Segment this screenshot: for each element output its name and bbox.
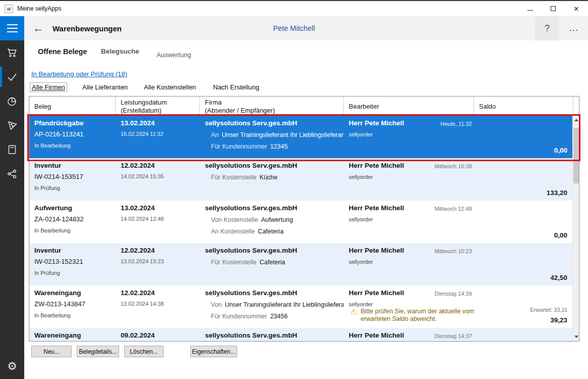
company-details: AnUnser Trainingslieferant Ihr Lieblings… xyxy=(205,131,344,150)
table-row[interactable]: Pfandrückgabe AP-0216-113241 In Bearbeit… xyxy=(29,116,572,158)
company-details: Von KostenstelleAufwertungAn Kostenstell… xyxy=(205,216,344,235)
window-title: Meine sellyApps xyxy=(17,5,61,12)
service-date: 12.02.2024 xyxy=(121,247,200,254)
vertical-scrollbar[interactable] xyxy=(572,116,579,341)
scroll-down-button[interactable] xyxy=(573,333,579,341)
row-timestamp: Mittwoch 12:48 xyxy=(435,206,472,212)
detail-value: 12345 xyxy=(270,143,288,150)
tab-offene-belege[interactable]: Offene Belege xyxy=(38,48,87,56)
doc-type: Aufwertung xyxy=(34,204,116,212)
row-timestamp: Dienstag 14:39 xyxy=(435,291,472,297)
doc-number: ZA-0214-124832 xyxy=(34,215,116,223)
company-details: Für KostenstelleKüche xyxy=(205,174,344,181)
detail-line: Für Kundennummer23456 xyxy=(211,313,344,320)
column-header-bearbeiter[interactable]: Bearbeiter xyxy=(344,97,474,115)
editor-app: sellyorder xyxy=(349,216,474,222)
chevron-up-icon xyxy=(574,119,578,121)
doc-status: In Prüfung xyxy=(34,185,116,191)
company-name: sellysolutions Serv.ges.mbH xyxy=(205,247,344,254)
app-window: w Meine sellyApps Warenbewegungen Pete M… xyxy=(0,0,588,379)
detail-value: 23456 xyxy=(270,313,288,320)
user-name-link[interactable]: Pete Mitchell xyxy=(273,16,315,40)
scrollbar-thumb[interactable] xyxy=(573,128,579,183)
tab-belegsuche[interactable]: Belegsuche xyxy=(101,48,139,55)
maximize-button[interactable] xyxy=(542,1,565,16)
sidebar-item-food[interactable] xyxy=(0,113,24,137)
created-date: 16.02.2024 11:32 xyxy=(121,131,200,137)
tab-auswertung[interactable]: Auswertung xyxy=(156,51,191,59)
table-row[interactable]: Inventur IW-0213-152321 In Prüfung 12.02… xyxy=(29,243,572,286)
detail-value: Küche xyxy=(259,174,277,181)
saldo-value: 0,00 xyxy=(554,231,567,239)
service-date: 12.02.2024 xyxy=(121,162,200,169)
doc-type: Pfandrückgabe xyxy=(34,119,116,127)
pie-chart-icon xyxy=(6,95,18,107)
detail-line: An KostenstelleCafeteria xyxy=(211,228,344,235)
doc-status: In Bearbeitung xyxy=(34,143,116,149)
row-timestamp: Mittwoch 10:23 xyxy=(435,248,472,254)
filter-alle-firmen[interactable]: Alle Firmen xyxy=(30,82,67,92)
sidebar-item-share[interactable] xyxy=(0,162,24,186)
table-row[interactable]: Aufwertung ZA-0214-124832 In Bearbeitung… xyxy=(29,201,572,243)
company-details: VonUnser Trainingslieferant Ihr Liebling… xyxy=(205,301,344,320)
column-header-saldo[interactable]: Saldo xyxy=(474,97,573,115)
doc-status: In Bearbeitung xyxy=(34,312,116,318)
title-bar: w Meine sellyApps xyxy=(0,0,588,16)
book-icon xyxy=(6,144,18,156)
service-date: 09.02.2024 xyxy=(121,331,200,339)
company-name: sellysolutions Serv.ges.mbH xyxy=(205,289,344,297)
column-header-firma[interactable]: Firma(Absender / Empfänger) xyxy=(200,97,344,115)
detail-line: Für KostenstelleKüche xyxy=(211,174,344,181)
close-button[interactable] xyxy=(565,1,588,16)
detail-value: Unser Trainingslieferant Ihr Lieblingsli… xyxy=(222,131,344,138)
chevron-down-icon xyxy=(574,336,578,338)
column-header-leistungsdatum[interactable]: Leistungsdatum(Erstelldatum) xyxy=(116,97,200,115)
share-icon xyxy=(6,168,18,180)
detail-value: Aufwertung xyxy=(261,216,293,223)
doc-number: ZW-0213-143847 xyxy=(34,300,116,308)
status-filter-link[interactable]: In Bearbeitung oder Prüfung (18) xyxy=(31,70,127,78)
sidebar-item-cart[interactable] xyxy=(0,40,24,65)
row-timestamp: Mittwoch 16:38 xyxy=(435,163,472,169)
app-logo-icon: w xyxy=(5,5,13,13)
warning-message: ⚠ Bitte prüfen Sie, warum der aktuelle v… xyxy=(350,308,474,323)
properties-button[interactable]: Eigenschaften... xyxy=(190,346,237,357)
back-button[interactable] xyxy=(29,16,47,40)
filter-alle-lieferanten[interactable]: Alle Lieferanten xyxy=(82,83,128,91)
column-header-beleg[interactable]: Beleg xyxy=(29,97,116,115)
new-button[interactable]: Neu... xyxy=(31,346,72,357)
detail-value: Unser Trainingslieferant Ihr Lieblingsli… xyxy=(225,301,344,308)
more-options-button[interactable] xyxy=(564,16,584,40)
help-button[interactable] xyxy=(535,16,559,40)
filter-nach-erstellung[interactable]: Nach Erstellung xyxy=(213,83,259,91)
detail-value: Cafeteria xyxy=(258,228,284,235)
company-name: sellysolutions Serv.ges.mbH xyxy=(205,119,344,127)
row-timestamp: Heute, 11:32 xyxy=(441,121,472,127)
row-timestamp: Dienstag 14:37 xyxy=(435,333,472,339)
doc-status: In Prüfung xyxy=(34,270,116,276)
document-details-button[interactable]: Belegdetails... xyxy=(77,346,119,357)
page-title: Warenbewegungen xyxy=(52,16,122,40)
table-row[interactable]: Wareneingang 09.02.2024 sellysolutions S… xyxy=(29,328,572,341)
column-header-filler xyxy=(573,97,579,115)
tab-bar: Offene Belege Belegsuche Auswertung xyxy=(24,40,588,66)
created-date: 14.02.2024 15:35 xyxy=(121,173,200,179)
table-row[interactable]: Inventur IW-0214-153517 In Prüfung 12.02… xyxy=(29,158,572,201)
detail-prefix: Für Kundennummer xyxy=(211,143,267,150)
sidebar-item-catalog[interactable] xyxy=(0,137,24,162)
minimize-button[interactable] xyxy=(518,1,542,16)
saldo-value: 42,50 xyxy=(550,274,567,281)
editor-app: sellyorder xyxy=(349,301,474,307)
detail-prefix: Für Kostenstelle xyxy=(211,259,256,266)
table-row[interactable]: Wareneingang ZW-0213-143847 In Bearbeitu… xyxy=(29,286,572,328)
app-header: Warenbewegungen Pete Mitchell xyxy=(0,16,588,40)
close-icon xyxy=(574,5,579,13)
doc-number: IW-0214-153517 xyxy=(34,173,116,180)
delete-button[interactable]: Löschen... xyxy=(124,346,164,357)
hamburger-menu-button[interactable] xyxy=(0,16,24,40)
filter-alle-kostenstellen[interactable]: Alle Kostenstellen xyxy=(144,83,196,91)
detail-line: AnUnser Trainingslieferant Ihr Lieblings… xyxy=(211,131,344,138)
company-name: sellysolutions Serv.ges.mbH xyxy=(205,204,344,212)
scroll-up-button[interactable] xyxy=(573,116,579,124)
detail-prefix: Von Kostenstelle xyxy=(211,216,258,223)
